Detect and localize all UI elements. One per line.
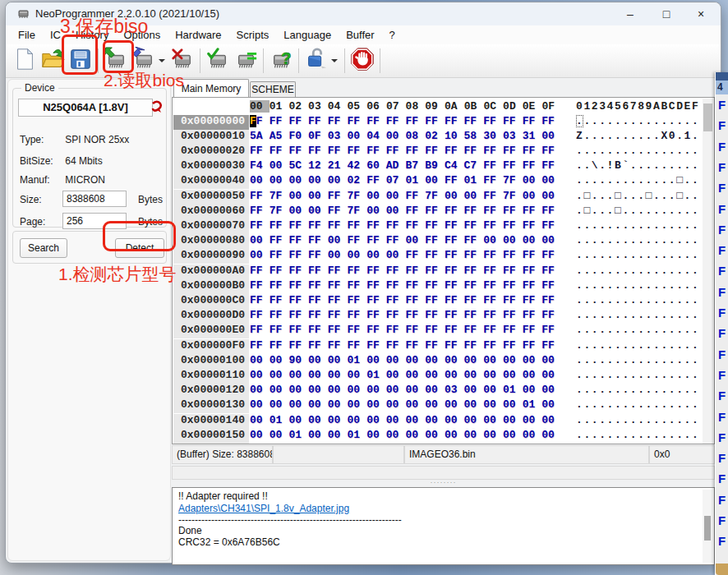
hex-byte[interactable]: 00 [288, 369, 308, 381]
hex-byte[interactable]: FF [445, 234, 464, 246]
hex-byte[interactable]: 00 [406, 369, 426, 381]
hex-byte[interactable]: FF [270, 249, 289, 261]
hex-byte[interactable]: 00 [483, 234, 503, 246]
hex-byte[interactable]: 00 [406, 398, 426, 411]
hex-row[interactable]: 0x00000120000000000000000000000300000100… [173, 384, 714, 398]
hex-byte[interactable]: 00 [328, 369, 348, 381]
hex-byte[interactable]: FF [328, 190, 348, 202]
hex-byte[interactable]: 00 [406, 429, 426, 441]
hex-byte[interactable]: 00 [308, 205, 328, 217]
hex-byte[interactable]: FF [308, 115, 328, 127]
hex-byte[interactable]: 00 [328, 174, 348, 186]
hex-byte[interactable]: 00 [328, 414, 348, 426]
hex-byte[interactable]: 00 [308, 414, 328, 426]
hex-byte[interactable]: 00 [406, 414, 426, 426]
hex-byte[interactable]: 00 [270, 398, 289, 411]
hex-byte[interactable]: 00 [425, 429, 445, 441]
hex-byte[interactable]: 00 [270, 159, 289, 172]
hex-byte[interactable]: FF [425, 115, 445, 127]
hex-byte[interactable]: 00 [308, 398, 328, 411]
hex-byte[interactable]: FF [445, 279, 464, 292]
hex-byte[interactable]: 00 [523, 369, 542, 381]
hex-byte[interactable]: FF [523, 309, 542, 321]
hex-byte[interactable]: FF [541, 145, 561, 157]
hex-byte[interactable]: FF [503, 205, 523, 217]
hex-byte[interactable]: 01 [366, 369, 386, 381]
unlock-button-dropdown-arrow-icon[interactable] [331, 59, 338, 62]
hex-byte[interactable]: 7F [347, 190, 366, 202]
hex-byte[interactable]: FF [250, 309, 270, 321]
hex-byte[interactable]: 42 [347, 159, 366, 172]
hex-byte[interactable]: FF [425, 339, 445, 352]
hex-byte[interactable]: FF [464, 115, 484, 127]
hex-byte[interactable]: 00 [541, 384, 561, 396]
menu-[interactable]: ? [382, 25, 403, 44]
hex-byte[interactable]: 00 [386, 398, 406, 411]
hex-byte[interactable]: FF [503, 309, 523, 321]
hex-byte[interactable]: 00 [250, 249, 270, 261]
hex-byte[interactable]: FF [347, 339, 366, 352]
hex-byte[interactable]: FF [445, 174, 464, 186]
hex-byte[interactable]: FF [386, 264, 406, 277]
hex-byte[interactable]: FF [445, 145, 464, 157]
hex-byte[interactable]: 00 [347, 130, 366, 142]
hex-byte[interactable]: 00 [288, 414, 308, 426]
hex-byte[interactable]: FF [386, 115, 406, 127]
hex-byte[interactable]: FF [483, 279, 503, 292]
hex-byte[interactable]: 00 [425, 398, 445, 411]
hex-byte[interactable]: FF [406, 294, 426, 306]
hex-byte[interactable]: FF [445, 115, 464, 127]
hex-byte[interactable]: 00 [464, 414, 484, 426]
hex-byte[interactable]: FF [406, 324, 426, 336]
hex-byte[interactable]: FF [328, 309, 348, 321]
hex-byte[interactable]: FF [541, 264, 561, 277]
hex-byte[interactable]: FF [328, 264, 348, 277]
hex-byte[interactable]: 00 [250, 414, 270, 426]
hex-byte[interactable]: FF [445, 205, 464, 217]
hex-byte[interactable]: FF [425, 205, 445, 217]
hex-byte[interactable]: 00 [308, 429, 328, 441]
hex-byte[interactable]: 00 [366, 354, 386, 366]
hex-byte[interactable]: FF [541, 339, 561, 352]
hex-byte[interactable]: 00 [386, 429, 406, 441]
hex-row[interactable]: 0x00000100000090000001000000000000000000… [173, 354, 714, 369]
hex-byte[interactable]: 00 [541, 369, 561, 381]
hex-row[interactable]: 0x000000D0FFFFFFFFFFFFFFFFFFFFFFFFFFFFFF… [173, 309, 714, 324]
hex-byte[interactable]: 00 [523, 429, 542, 441]
hex-byte[interactable]: 00 [523, 174, 542, 186]
hex-byte[interactable]: FF [366, 324, 386, 336]
hex-byte[interactable]: 7F [425, 190, 445, 202]
hex-byte[interactable]: 00 [445, 369, 464, 381]
hex-byte[interactable]: 01 [288, 429, 308, 441]
hex-byte[interactable]: FF [523, 249, 542, 261]
hex-byte[interactable]: FF [523, 324, 542, 336]
hex-byte[interactable]: 00 [464, 369, 484, 381]
hex-byte[interactable]: 00 [328, 234, 348, 246]
hex-row[interactable]: 0x00000060FF7F0000FF7F0000FFFFFFFFFFFFFF… [173, 205, 714, 219]
hex-byte[interactable]: 00 [464, 354, 484, 366]
hex-byte[interactable]: FF [483, 249, 503, 261]
hex-byte[interactable]: FF [503, 249, 523, 261]
hex-byte[interactable]: 5A [250, 130, 270, 142]
hex-byte[interactable]: 31 [523, 130, 542, 142]
hex-byte[interactable]: 10 [445, 130, 464, 142]
hex-byte[interactable]: 00 [541, 429, 561, 441]
hex-byte[interactable]: FF [270, 294, 289, 306]
hex-byte[interactable]: C7 [464, 159, 484, 172]
hex-scrollbar-thumb[interactable] [703, 104, 712, 131]
hex-byte[interactable]: 00 [483, 398, 503, 411]
hex-byte[interactable]: F4 [250, 159, 270, 172]
hex-byte[interactable]: FF [483, 205, 503, 217]
hex-byte[interactable]: FF [270, 309, 289, 321]
hex-byte[interactable]: 01 [523, 398, 542, 411]
hex-byte[interactable]: 00 [347, 414, 366, 426]
hex-byte[interactable]: FF [406, 205, 426, 217]
unlock-button[interactable] [302, 46, 330, 76]
hex-byte[interactable]: 00 [541, 190, 561, 202]
hex-byte[interactable]: FF [425, 294, 445, 306]
minimize-button[interactable]: – [612, 2, 648, 25]
hex-byte[interactable]: 00 [250, 354, 270, 366]
hex-byte[interactable]: 01 [406, 174, 426, 186]
hex-byte[interactable]: 04 [366, 130, 386, 142]
hex-byte[interactable]: 00 [464, 429, 484, 441]
